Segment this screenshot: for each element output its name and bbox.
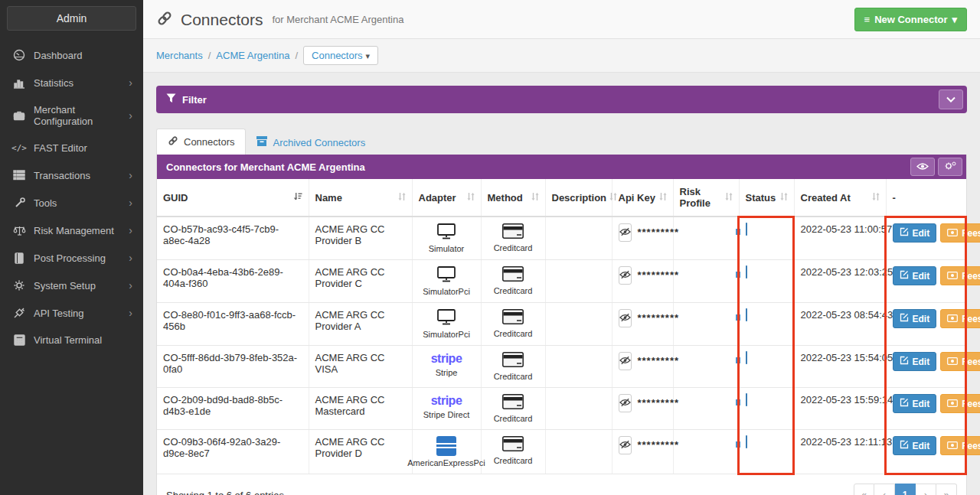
reveal-api-key-button[interactable] [619,394,632,412]
reveal-api-key-button[interactable] [619,352,632,370]
edit-pencil-icon [900,398,909,409]
money-icon [947,399,958,409]
column-header-name[interactable]: Name [309,179,412,217]
creditcard-icon [502,436,524,454]
edit-button[interactable]: Edit [893,309,937,328]
column-header-adapter[interactable]: Adapter [412,179,481,217]
edit-pencil-icon [900,356,909,367]
created-at-cell: 2022-05-23 08:54:43 [794,303,886,346]
sidebar-item[interactable]: Dashboard [0,41,143,69]
breadcrumb-link-merchant[interactable]: ACME Argentina [216,50,289,61]
reveal-api-key-button[interactable] [619,266,632,285]
status-toggle[interactable] [746,223,747,236]
sort-desc-icon [293,192,302,204]
adapter-cell: AmericanExpressPci [412,430,481,474]
fees-button[interactable]: Fees [940,394,980,413]
main-area: Connectors for Merchant ACME Argentina ≡… [143,0,980,495]
status-toggle[interactable] [746,308,747,321]
risk-profile-cell [673,260,739,303]
sidebar-item[interactable]: Statistics › [0,69,143,96]
description-cell [545,260,612,303]
name-cell: ACME ARG CC Provider B [309,217,412,260]
edit-button[interactable]: Edit [893,352,937,371]
fees-button[interactable]: Fees [940,266,980,285]
description-cell [545,388,612,430]
description-cell [545,303,612,346]
scales-icon [11,225,28,236]
status-toggle[interactable] [746,351,747,364]
reveal-api-key-button[interactable] [619,436,632,454]
column-header-status[interactable]: Status [739,179,794,217]
column-header-created-at[interactable]: Created At [794,179,886,217]
visibility-button[interactable] [910,158,935,176]
reveal-api-key-button[interactable] [619,223,632,242]
new-connector-button[interactable]: ≡ New Connector ▾ [854,8,967,31]
reveal-api-key-button[interactable] [619,309,632,327]
method-cell: Creditcard [481,346,545,388]
sidebar-item[interactable]: API Testing › [0,299,143,327]
fees-button[interactable]: Fees [940,309,980,328]
method-cell: Creditcard [481,217,545,260]
breadcrumb-current-dropdown[interactable]: Connectors▾ [303,46,378,65]
breadcrumb-link-merchants[interactable]: Merchants [156,50,203,61]
guid-cell: CO-b57b-ac93-c4f5-7cb9-a8ec-4a28 [157,217,309,260]
api-key-cell: ********* [612,260,673,303]
filter-bar: Filter [156,86,967,113]
pagination-button[interactable]: « [854,484,874,495]
pagination-page-current[interactable]: 1 [895,484,916,495]
actions-cell: Edit Fees [886,217,966,260]
pagination-button[interactable]: › [916,484,936,495]
fees-button[interactable]: Fees [940,352,980,371]
fees-button[interactable]: Fees [940,223,980,243]
edit-button[interactable]: Edit [893,436,937,455]
eye-slash-icon [619,270,631,282]
sidebar-item-label: Risk Management [34,225,129,236]
sidebar-item[interactable]: Virtual Terminal [0,327,143,353]
name-cell: ACME ARG CC VISA [309,346,412,388]
status-cell [739,430,794,474]
actions-cell: Edit Fees [886,303,966,346]
page-subtitle: for Merchant ACME Argentina [272,14,403,25]
sort-icon [398,192,406,204]
status-toggle[interactable] [746,393,747,406]
actions-cell: Edit Fees [886,260,966,303]
method-cell: Creditcard [481,303,545,346]
adapter-cell: stripe Stripe [412,346,481,388]
status-toggle[interactable] [746,265,747,278]
fees-button[interactable]: Fees [940,436,980,455]
status-toggle[interactable] [746,435,747,448]
table-row: CO-8e80-f01c-9ff3-aa68-fccb-456b ACME AR… [157,303,966,346]
column-header-risk-profile[interactable]: Risk Profile [673,179,739,217]
edit-button[interactable]: Edit [893,223,937,243]
eye-slash-icon [619,227,631,239]
chevron-right-icon: › [129,109,132,122]
tab-archived-connectors[interactable]: Archived Connectors [246,130,376,155]
filter-collapse-button[interactable] [939,90,963,109]
sidebar-item[interactable]: </> FAST Editor [0,135,143,161]
admin-menu-button[interactable]: Admin [7,6,136,31]
sidebar-nav: Dashboard Statistics › Merchant Configur… [0,41,143,353]
creditcard-icon [502,266,524,284]
sidebar-item[interactable]: Post Processing › [0,244,143,272]
tab-connectors[interactable]: Connectors [156,129,246,155]
edit-button[interactable]: Edit [893,394,937,413]
pagination-button[interactable]: » [936,484,957,495]
sidebar-item[interactable]: Merchant Configuration › [0,96,143,135]
method-label: Creditcard [494,456,533,465]
edit-button[interactable]: Edit [893,266,937,285]
sidebar-item[interactable]: Transactions › [0,161,143,189]
sidebar-item[interactable]: System Setup › [0,272,143,299]
description-cell [545,217,612,260]
pagination-button[interactable]: ‹ [874,484,895,495]
column-header-description[interactable]: Description [545,179,612,217]
sidebar-item-label: Transactions [34,170,129,181]
actions-cell: Edit Fees [886,346,966,388]
sidebar-item[interactable]: Risk Management › [0,217,143,244]
column-header-api-key[interactable]: Api Key [612,179,673,217]
name-cell: ACME ARG CC Provider A [309,303,412,346]
name-cell: ACME ARG CC Provider D [309,430,412,474]
sidebar-item[interactable]: Tools › [0,189,143,217]
settings-button[interactable] [938,158,962,176]
column-header-method[interactable]: Method [481,179,545,217]
column-header-guid[interactable]: GUID [157,179,309,217]
